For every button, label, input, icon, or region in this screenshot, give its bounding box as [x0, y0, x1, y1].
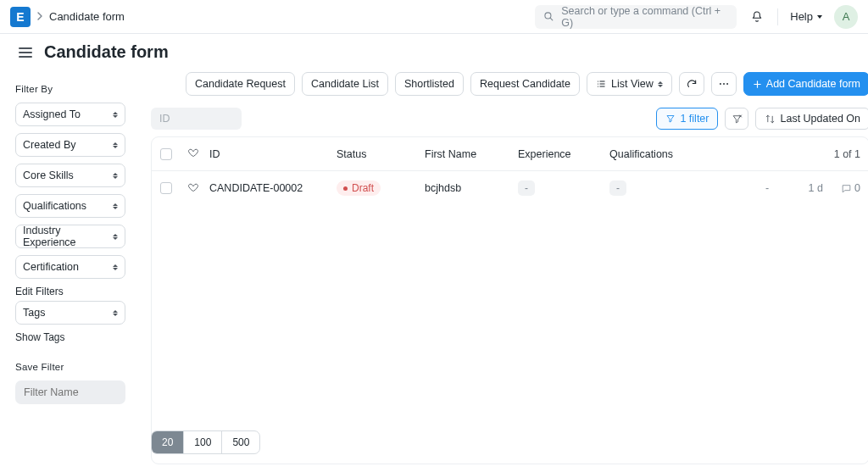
- funnel-icon: [665, 114, 676, 124]
- filter-assigned-to[interactable]: Assigned To: [15, 103, 125, 126]
- cell-status: Draft: [337, 180, 425, 196]
- edit-filters-link[interactable]: Edit Filters: [15, 286, 125, 297]
- col-experience[interactable]: Experience: [518, 148, 609, 160]
- notifications-button[interactable]: [745, 5, 769, 29]
- col-status[interactable]: Status: [337, 148, 425, 160]
- global-search[interactable]: Search or type a command (Ctrl + G): [535, 5, 737, 29]
- shortlisted-button[interactable]: Shortlisted: [395, 72, 464, 96]
- svg-line-1: [550, 18, 553, 20]
- add-candidate-button[interactable]: Add Candidate form: [743, 72, 868, 96]
- record-count: 1 of 1: [742, 148, 860, 160]
- col-first-name[interactable]: First Name: [425, 148, 518, 160]
- heart-icon: [187, 181, 199, 193]
- filter-bar: ID 1 filter Last Updated On: [151, 108, 868, 130]
- sort-icon: [113, 234, 118, 240]
- more-menu-button[interactable]: [711, 72, 737, 96]
- svg-point-7: [598, 86, 598, 86]
- filter-industry-experience[interactable]: Industry Experience: [15, 225, 125, 248]
- row-like-button[interactable]: [187, 181, 209, 196]
- clear-filter-button[interactable]: [725, 108, 748, 130]
- action-toolbar: Candidate Request Candidate List Shortli…: [151, 72, 868, 96]
- row-checkbox[interactable]: [160, 182, 172, 194]
- search-placeholder: Search or type a command (Ctrl + G): [561, 5, 728, 29]
- divider: [777, 8, 778, 25]
- help-dropdown[interactable]: Help: [787, 10, 826, 23]
- ellipsis-icon: [718, 78, 730, 90]
- refresh-icon: [686, 78, 698, 90]
- filter-count-chip[interactable]: 1 filter: [656, 108, 718, 130]
- comment-icon: [841, 183, 852, 194]
- svg-point-10: [726, 83, 728, 85]
- sort-arrows-icon: [765, 114, 776, 125]
- candidate-request-button[interactable]: Candidate Request: [186, 72, 295, 96]
- filter-by-heading: Filter By: [15, 84, 125, 94]
- cell-id: CANDIDATE-00002: [209, 182, 337, 194]
- page-title: Candidate form: [44, 42, 169, 62]
- sort-icon: [658, 81, 663, 87]
- sort-icon: [113, 142, 118, 148]
- plus-icon: [753, 80, 762, 89]
- refresh-button[interactable]: [679, 72, 704, 96]
- page-size-500[interactable]: 500: [221, 431, 259, 453]
- sort-icon: [113, 112, 118, 118]
- svg-point-5: [598, 81, 598, 81]
- list-view-dropdown[interactable]: List View: [587, 72, 672, 96]
- select-all-checkbox[interactable]: [160, 148, 172, 160]
- top-navbar: E Candidate form Search or type a comman…: [0, 0, 868, 34]
- request-candidate-button[interactable]: Request Candidate: [470, 72, 580, 96]
- heart-icon: [187, 147, 199, 158]
- bell-icon: [750, 10, 764, 24]
- cell-experience: -: [518, 180, 609, 196]
- funnel-x-icon: [732, 114, 743, 125]
- filter-sidebar: Filter By Assigned To Created By Core Sk…: [0, 62, 141, 464]
- sort-dropdown[interactable]: Last Updated On: [755, 108, 868, 130]
- sort-icon: [113, 203, 118, 209]
- cell-qualifications: -: [609, 180, 742, 196]
- table-row[interactable]: CANDIDATE-00002 Draft bcjhdsb - - - 1 d …: [152, 171, 868, 205]
- chevron-right-icon: [37, 10, 42, 23]
- svg-point-9: [723, 83, 725, 85]
- list-icon: [596, 79, 607, 89]
- data-table: ID Status First Name Experience Qualific…: [151, 136, 868, 464]
- filter-created-by[interactable]: Created By: [15, 133, 125, 157]
- show-tags-link[interactable]: Show Tags: [15, 331, 125, 343]
- sidebar-toggle[interactable]: [15, 44, 36, 61]
- filter-core-skills[interactable]: Core Skills: [15, 164, 125, 187]
- filter-name-input[interactable]: [15, 380, 125, 404]
- save-filter-heading: Save Filter: [15, 362, 125, 372]
- page-size-100[interactable]: 100: [183, 431, 221, 453]
- search-icon: [543, 11, 554, 22]
- sort-icon: [113, 310, 118, 316]
- sort-icon: [113, 173, 118, 179]
- filter-certification[interactable]: Certification: [15, 255, 125, 279]
- col-id[interactable]: ID: [209, 148, 337, 160]
- sort-icon: [113, 264, 118, 270]
- like-column-header[interactable]: [187, 147, 209, 161]
- cell-first-name: bcjhdsb: [425, 182, 518, 194]
- breadcrumb[interactable]: Candidate form: [49, 10, 125, 23]
- cell-age: 1 d: [793, 182, 826, 194]
- page-size-pager: 20 100 500: [151, 430, 260, 454]
- col-qualifications[interactable]: Qualifications: [609, 148, 742, 160]
- page-size-20[interactable]: 20: [152, 431, 183, 453]
- table-header: ID Status First Name Experience Qualific…: [152, 137, 868, 171]
- filter-qualifications[interactable]: Qualifications: [15, 194, 125, 218]
- id-filter-input[interactable]: ID: [151, 108, 242, 130]
- svg-point-6: [598, 83, 598, 84]
- candidate-list-button[interactable]: Candidate List: [302, 72, 388, 96]
- cell-comments[interactable]: 0: [826, 182, 860, 194]
- user-avatar[interactable]: A: [834, 5, 858, 29]
- svg-point-8: [720, 83, 721, 85]
- filter-tags[interactable]: Tags: [15, 301, 125, 325]
- app-logo[interactable]: E: [10, 7, 31, 27]
- cell-assigned: -: [742, 182, 793, 194]
